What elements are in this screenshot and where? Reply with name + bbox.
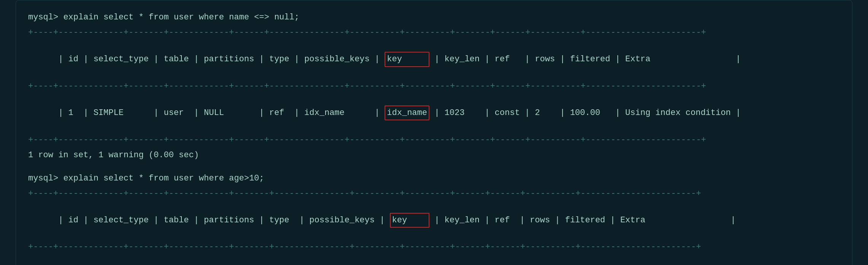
separator1-q1: +----+-------------+-------+------------… xyxy=(28,26,840,39)
header-before-key-q1: | id | select_type | table | partitions … xyxy=(58,54,385,64)
key-value-q1: idx_name xyxy=(385,105,429,120)
command1: mysql> explain select * from user where … xyxy=(28,11,840,24)
key-highlight-q1: key xyxy=(385,52,429,67)
separator2-q2: +----+-------------+-------+------------… xyxy=(28,240,840,254)
command2: mysql> explain select * from user where … xyxy=(28,172,840,185)
header-after-key-q1: | key_len | ref | rows | filtered | Extr… xyxy=(429,54,741,64)
data-row-q1: | 1 | SIMPLE | user | NULL | ref | idx_n… xyxy=(28,93,840,133)
separator3-q1: +----+-------------+-------+------------… xyxy=(28,133,840,147)
header-after-key-q2: | key_len | ref | rows | filtered | Extr… xyxy=(429,216,736,225)
result1: 1 row in set, 1 warning (0.00 sec) xyxy=(28,149,840,161)
data-row-q2: | 1 | SIMPLE | user | NULL | range | idx… xyxy=(28,254,840,265)
header-row-q2: | id | select_type | table | partitions … xyxy=(28,200,840,241)
terminal-window: mysql> explain select * from user where … xyxy=(16,0,852,265)
query2-section: mysql> explain select * from user where … xyxy=(28,172,840,265)
header-before-key-q2: | id | select_type | table | partitions … xyxy=(58,216,389,225)
data-before-key-q1: | 1 | SIMPLE | user | NULL | ref | idx_n… xyxy=(58,108,385,118)
separator2-q1: +----+-------------+-------+------------… xyxy=(28,80,840,93)
header-row-q1: | id | select_type | table | partitions … xyxy=(28,39,840,80)
separator1-q2: +----+-------------+-------+------------… xyxy=(28,187,840,200)
key-highlight-q2: key xyxy=(390,213,429,228)
query1-section: mysql> explain select * from user where … xyxy=(28,11,840,147)
data-after-key-q1: | 1023 | const | 2 | 100.00 | Using inde… xyxy=(429,108,741,118)
